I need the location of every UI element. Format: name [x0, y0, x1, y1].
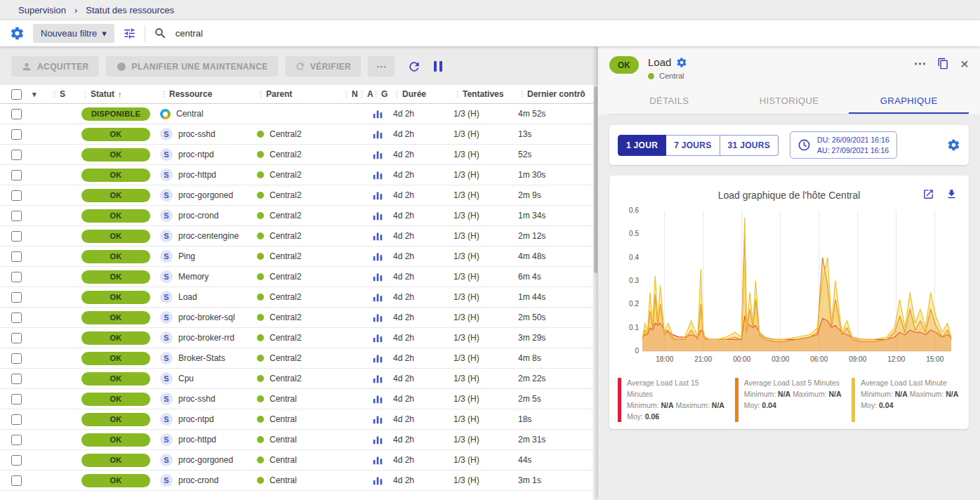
resource-name[interactable]: proc-sshd — [178, 394, 216, 404]
resource-name[interactable]: proc-centengine — [178, 231, 239, 241]
graph-icon[interactable] — [372, 149, 383, 160]
row-checkbox[interactable] — [11, 475, 22, 486]
graph-icon[interactable] — [372, 210, 383, 221]
refresh-button[interactable] — [407, 60, 421, 74]
row-checkbox[interactable] — [11, 272, 22, 282]
period-button[interactable]: 31 JOURS — [720, 135, 779, 156]
graph-icon[interactable] — [372, 414, 383, 425]
resource-name[interactable]: proc-httpd — [178, 435, 216, 445]
row-checkbox[interactable] — [11, 150, 22, 160]
graph-icon[interactable] — [372, 312, 383, 323]
resource-settings-gear-icon[interactable] — [676, 57, 687, 68]
acknowledge-button[interactable]: ACQUITTER — [11, 56, 99, 77]
breadcrumb-section[interactable]: Supervision — [18, 5, 66, 15]
resource-name[interactable]: proc-crond — [178, 211, 218, 221]
table-row[interactable]: OKSproc-sshdCentral4d 2h1/3 (H)2m 5s — [0, 389, 598, 409]
row-checkbox[interactable] — [11, 435, 22, 445]
panel-tab[interactable]: GRAPHIQUE — [849, 88, 969, 114]
col-header-status[interactable]: ⋮Statut↑ — [81, 89, 160, 99]
period-button[interactable]: 1 JOUR — [618, 135, 666, 156]
row-checkbox[interactable] — [11, 231, 22, 242]
graph-icon[interactable] — [372, 454, 383, 466]
graph-icon[interactable] — [372, 271, 383, 282]
resource-name[interactable]: proc-broker-sql — [178, 312, 235, 322]
panel-tab[interactable]: HISTORIQUE — [729, 88, 849, 114]
legend-item[interactable]: Average Load Last 15 MinutesMinimum: N/A… — [618, 378, 727, 422]
table-row[interactable]: OKSBroker-StatsCentral24d 2h1/3 (H)4m 8s — [0, 348, 598, 369]
new-filter-dropdown[interactable]: Nouveau filtre ▾ — [33, 24, 114, 43]
col-header-g[interactable]: ⋮G — [372, 89, 393, 99]
col-header-duration[interactable]: ⋮Durée — [393, 89, 453, 99]
table-row[interactable]: OKSproc-ntpdCentral4d 2h1/3 (H)18s — [0, 409, 598, 430]
table-row[interactable]: OKSproc-crondCentral24d 2h1/3 (H)1m 34s — [0, 206, 598, 226]
graph-icon[interactable] — [372, 230, 383, 242]
col-header-severity[interactable]: ⋮S — [51, 89, 81, 99]
resource-name[interactable]: proc-crond — [178, 475, 218, 485]
table-scrollbar[interactable] — [593, 85, 598, 500]
table-row[interactable]: OKSproc-crondCentral4d 2h1/3 (H)3m 1s — [0, 471, 598, 491]
graph-icon[interactable] — [372, 434, 383, 445]
row-checkbox[interactable] — [11, 394, 22, 404]
row-checkbox[interactable] — [11, 333, 22, 343]
graph-icon[interactable] — [372, 353, 383, 364]
row-checkbox[interactable] — [11, 190, 22, 201]
row-checkbox[interactable] — [11, 170, 22, 180]
legend-item[interactable]: Average Load Last MinuteMinimum: N/A Max… — [852, 378, 960, 422]
more-actions-button[interactable]: ⋯ — [368, 56, 395, 77]
col-header-a[interactable]: ⋮A — [358, 89, 372, 99]
pause-autorefresh-button[interactable] — [434, 61, 442, 72]
export-chart-icon[interactable] — [922, 188, 934, 200]
resource-name[interactable]: proc-gorgoned — [178, 455, 233, 465]
graph-icon[interactable] — [372, 108, 383, 119]
col-header-last-check[interactable]: ⋮Dernier contrô — [518, 89, 598, 99]
resource-name[interactable]: proc-ntpd — [178, 150, 214, 159]
resource-name[interactable]: Cpu — [178, 374, 194, 383]
col-header-n[interactable]: ⋮N — [343, 89, 358, 99]
col-header-tries[interactable]: ⋮Tentatives — [453, 89, 518, 99]
row-checkbox[interactable] — [11, 414, 22, 425]
resource-name[interactable]: proc-gorgoned — [178, 190, 233, 200]
row-checkbox[interactable] — [11, 374, 22, 384]
row-checkbox[interactable] — [11, 353, 22, 364]
table-row[interactable]: OKSMemoryCentral24d 2h1/3 (H)6m 4s — [0, 267, 598, 287]
scrollbar-thumb[interactable] — [594, 86, 597, 273]
row-checkbox[interactable] — [11, 129, 22, 140]
graph-icon[interactable] — [372, 129, 383, 140]
check-button[interactable]: VÉRIFIER — [285, 56, 362, 77]
row-checkbox[interactable] — [11, 109, 22, 119]
resource-name[interactable]: proc-ntpd — [178, 414, 214, 424]
table-row[interactable]: OKSproc-ntpdCentral24d 2h1/3 (H)52s — [0, 145, 598, 165]
table-row[interactable]: OKSproc-httpdCentral24d 2h1/3 (H)1m 30s — [0, 165, 598, 185]
graph-icon[interactable] — [372, 291, 383, 303]
date-range-picker[interactable]: DU: 26/09/2021 16:16 AU: 27/09/2021 16:1… — [790, 131, 897, 159]
graph-icon[interactable] — [372, 251, 383, 262]
table-row[interactable]: OKSproc-broker-rrdCentral24d 2h1/3 (H)3m… — [0, 328, 598, 348]
graph-icon[interactable] — [372, 190, 383, 201]
row-checkbox[interactable] — [11, 455, 22, 466]
breadcrumb-page[interactable]: Statut des ressources — [86, 5, 174, 15]
graph-icon[interactable] — [372, 332, 383, 343]
legend-item[interactable]: Average Load Last 5 MinutesMinimum: N/A … — [735, 378, 844, 422]
graph-settings-gear-icon[interactable] — [947, 138, 960, 152]
resource-name[interactable]: Memory — [178, 272, 208, 282]
resource-name[interactable]: Central — [176, 109, 204, 119]
table-row[interactable]: OKSproc-broker-sqlCentral24d 2h1/3 (H)2m… — [0, 308, 598, 328]
panel-more-icon[interactable]: ⋯ — [914, 58, 926, 70]
graph-icon[interactable] — [372, 393, 383, 404]
table-row[interactable]: OKSPingCentral24d 2h1/3 (H)4m 48s — [0, 246, 598, 267]
search-input[interactable] — [176, 28, 970, 39]
resource-name[interactable]: proc-sshd — [178, 129, 216, 139]
graph-icon[interactable] — [372, 475, 383, 486]
select-menu-caret-icon[interactable]: ▾ — [32, 90, 51, 99]
table-row[interactable]: OKSLoadCentral24d 2h1/3 (H)1m 44s — [0, 287, 598, 308]
graph-icon[interactable] — [372, 373, 383, 384]
col-header-resource[interactable]: ⋮Ressource — [160, 89, 257, 99]
copy-link-icon[interactable] — [937, 58, 949, 70]
table-row[interactable]: OKSCpuCentral24d 2h1/3 (H)2m 22s — [0, 369, 598, 389]
period-button[interactable]: 7 JOURS — [666, 135, 720, 156]
table-row[interactable]: OKSproc-centengineCentral24d 2h1/3 (H)2m… — [0, 226, 598, 246]
resource-name[interactable]: Ping — [178, 251, 195, 261]
col-header-parent[interactable]: ⋮Parent — [257, 89, 343, 99]
resource-name[interactable]: proc-broker-rrd — [178, 333, 234, 343]
panel-tab[interactable]: DÉTAILS — [609, 88, 729, 114]
